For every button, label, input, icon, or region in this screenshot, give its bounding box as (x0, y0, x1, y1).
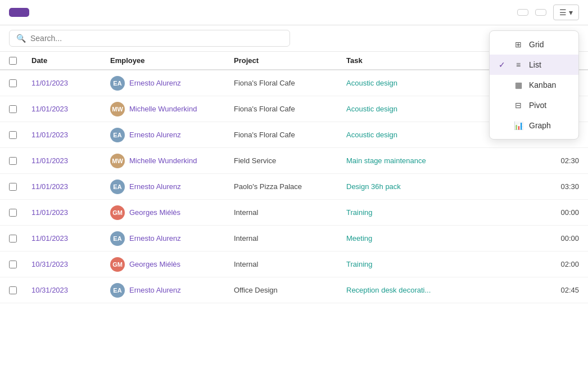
project-cell: Fiona's Floral Cafe (234, 79, 346, 87)
date-cell: 10/31/2023 (31, 286, 110, 294)
kanban-icon: ▦ (513, 80, 523, 90)
table-row[interactable]: 10/31/2023 EA Ernesto Alurenz Office Des… (0, 277, 588, 303)
employee-cell: GM Georges Miélès (110, 205, 234, 220)
dropdown-item-label: Graph (529, 121, 551, 130)
row-checkbox[interactable] (9, 183, 31, 191)
task-cell: Meeting (346, 234, 492, 243)
duration-cell: 03:30 (492, 182, 579, 191)
project-cell: Internal (234, 260, 346, 268)
table-row[interactable]: 11/01/2023 MW Michelle Wunderkind Field … (0, 148, 588, 174)
duration-cell: 02:00 (492, 260, 579, 268)
view-toggle-button[interactable]: ☰ ▾ (553, 5, 579, 20)
task-cell: Acoustic design (346, 105, 492, 113)
row-checkbox[interactable] (9, 261, 31, 268)
row-checkbox[interactable] (9, 235, 31, 243)
col-employee: Employee (110, 56, 234, 65)
avatar: EA (110, 179, 125, 194)
employee-name: Ernesto Alurenz (129, 131, 181, 139)
row-checkbox[interactable] (9, 79, 31, 87)
employee-cell: EA Ernesto Alurenz (110, 283, 234, 298)
project-cell: Field Service (234, 156, 346, 165)
grid-icon: ⊞ (513, 39, 523, 50)
avatar: GM (110, 205, 125, 220)
date-cell: 11/01/2023 (31, 234, 110, 243)
dropdown-item-grid[interactable]: ⊞ Grid (490, 34, 578, 55)
employee-name: Ernesto Alurenz (129, 182, 181, 191)
project-cell: Fiona's Floral Cafe (234, 105, 346, 113)
row-checkbox[interactable] (9, 131, 31, 139)
date-cell: 11/01/2023 (31, 182, 110, 191)
table-row[interactable]: 11/01/2023 EA Ernesto Alurenz Internal M… (0, 226, 588, 252)
avatar: MW (110, 102, 125, 116)
dropdown-item-label: List (529, 60, 541, 69)
table-row[interactable]: 11/01/2023 EA Ernesto Alurenz Paolo's Pi… (0, 174, 588, 200)
duration-cell: 00:00 (492, 208, 579, 217)
duration-cell: 02:45 (492, 286, 579, 294)
dropdown-item-graph[interactable]: 📊 Graph (490, 115, 578, 136)
search-input[interactable] (30, 34, 283, 43)
pivot-icon: ⊟ (513, 100, 523, 110)
list-icon: ≡ (513, 60, 523, 70)
employee-cell: EA Ernesto Alurenz (110, 76, 234, 91)
new-button[interactable] (9, 8, 29, 17)
next-button[interactable] (535, 9, 546, 16)
row-checkbox[interactable] (9, 286, 31, 294)
employee-cell: EA Ernesto Alurenz (110, 128, 234, 142)
date-cell: 11/01/2023 (31, 79, 110, 87)
employee-name: Ernesto Alurenz (129, 286, 181, 294)
list-view-icon: ☰ (559, 8, 567, 17)
dropdown-item-label: Pivot (529, 101, 546, 110)
task-cell: Main stage maintenance (346, 156, 492, 165)
duration-cell: 02:30 (492, 156, 579, 165)
dropdown-item-list[interactable]: ✓ ≡ List (490, 55, 578, 75)
employee-cell: EA Ernesto Alurenz (110, 231, 234, 246)
checkmark-icon: ✓ (499, 60, 508, 69)
project-cell: Paolo's Pizza Palace (234, 182, 346, 191)
task-cell: Acoustic design (346, 79, 492, 87)
avatar: EA (110, 76, 125, 91)
dropdown-item-label: Kanban (529, 80, 556, 89)
employee-name: Georges Miélès (129, 260, 180, 268)
dropdown-menu: ⊞ Grid ✓ ≡ List ▦ Kanban ⊟ Pivot 📊 Graph (489, 30, 579, 140)
col-date: Date (31, 56, 110, 65)
avatar: MW (110, 154, 125, 168)
prev-button[interactable] (517, 9, 528, 16)
employee-name: Ernesto Alurenz (129, 79, 181, 87)
project-cell: Internal (234, 208, 346, 217)
employee-name: Michelle Wunderkind (129, 156, 197, 165)
employee-name: Georges Miélès (129, 208, 180, 217)
table-row[interactable]: 11/01/2023 GM Georges Miélès Internal Tr… (0, 200, 588, 226)
employee-cell: GM Georges Miélès (110, 257, 234, 272)
date-cell: 11/01/2023 (31, 131, 110, 139)
col-project: Project (234, 56, 346, 65)
row-checkbox[interactable] (9, 157, 31, 165)
table-row[interactable]: 10/31/2023 GM Georges Miélès Internal Tr… (0, 252, 588, 277)
search-input-wrapper: 🔍 (9, 30, 290, 47)
employee-cell: MW Michelle Wunderkind (110, 154, 234, 168)
project-cell: Office Design (234, 286, 346, 294)
employee-cell: MW Michelle Wunderkind (110, 102, 234, 116)
row-checkbox[interactable] (9, 209, 31, 217)
dropdown-item-label: Grid (529, 40, 544, 49)
project-cell: Internal (234, 234, 346, 243)
avatar: EA (110, 231, 125, 246)
task-cell: Training (346, 208, 492, 217)
search-icon: 🔍 (16, 34, 26, 43)
dropdown-item-kanban[interactable]: ▦ Kanban (490, 75, 578, 95)
graph-icon: 📊 (513, 120, 523, 131)
task-cell: Acoustic design (346, 131, 492, 139)
header-bar: ☰ ▾ (0, 0, 588, 25)
select-all-checkbox[interactable] (9, 56, 31, 65)
col-task: Task (346, 56, 492, 65)
employee-name: Michelle Wunderkind (129, 105, 197, 113)
task-cell: Design 36h pack (346, 182, 492, 191)
employee-cell: EA Ernesto Alurenz (110, 179, 234, 194)
employee-name: Ernesto Alurenz (129, 234, 181, 243)
task-cell: Training (346, 260, 492, 268)
date-cell: 11/01/2023 (31, 156, 110, 165)
row-checkbox[interactable] (9, 105, 31, 113)
task-cell: Reception desk decorati... (346, 286, 492, 294)
chevron-down-icon: ▾ (569, 8, 573, 17)
dropdown-item-pivot[interactable]: ⊟ Pivot (490, 95, 578, 115)
avatar: GM (110, 257, 125, 272)
